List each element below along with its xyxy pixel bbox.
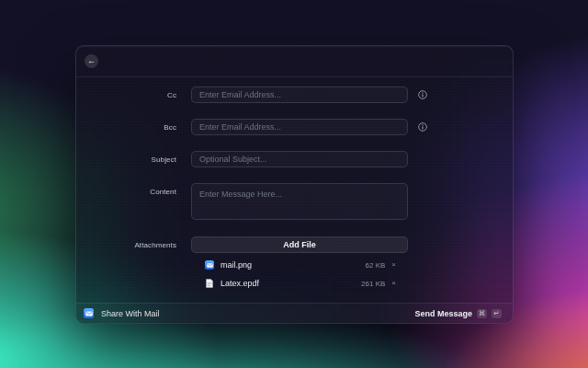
bcc-row: Bcc <box>76 119 513 135</box>
attachment-size: 261 KB <box>361 280 385 288</box>
info-icon[interactable] <box>418 122 427 132</box>
arrow-left-icon: ← <box>87 57 96 65</box>
cc-row: Cc <box>76 86 513 103</box>
attachments-label: Attachments <box>76 241 176 249</box>
attachment-row: Latex.epdf 261 KB × <box>191 274 408 293</box>
command-key-icon: ⌘ <box>477 309 487 318</box>
cc-input[interactable] <box>191 86 408 103</box>
attachments-row: Attachments Add File <box>76 236 513 253</box>
bcc-input[interactable] <box>191 119 408 135</box>
back-button[interactable]: ← <box>85 54 98 68</box>
compose-form: Cc Bcc Subject Content <box>76 77 513 293</box>
send-message-label: Send Message <box>414 309 472 318</box>
add-file-button[interactable]: Add File <box>191 236 408 253</box>
attachment-name: mail.png <box>220 260 366 270</box>
window-header: ← <box>76 46 513 77</box>
info-icon[interactable] <box>418 90 427 99</box>
cc-label: Cc <box>76 91 176 99</box>
send-message-button[interactable]: Send Message ⌘ ↵ <box>414 309 502 318</box>
action-bar: Share With Mail Send Message ⌘ ↵ <box>76 303 513 323</box>
attachment-size: 62 KB <box>366 261 386 270</box>
close-icon[interactable]: × <box>391 280 396 287</box>
subject-label: Subject <box>76 155 176 164</box>
bcc-label: Bcc <box>76 123 176 132</box>
document-icon <box>206 279 213 288</box>
content-textarea[interactable] <box>191 183 408 220</box>
mail-app-icon <box>84 308 94 318</box>
share-with-mail-window: ← Cc Bcc Subject Conte <box>75 45 514 324</box>
content-row: Content <box>76 183 513 220</box>
attachment-list: mail.png 62 KB × Latex.epdf 261 KB × <box>76 256 513 293</box>
content-label: Content <box>76 183 176 196</box>
app-name: Share With Mail <box>101 309 160 318</box>
attachment-row: mail.png 62 KB × <box>191 256 408 274</box>
mail-app-icon <box>205 260 214 270</box>
return-key-icon: ↵ <box>492 309 502 318</box>
subject-input[interactable] <box>191 151 408 167</box>
subject-row: Subject <box>76 151 513 167</box>
attachment-name: Latex.epdf <box>220 279 361 288</box>
close-icon[interactable]: × <box>391 261 396 269</box>
